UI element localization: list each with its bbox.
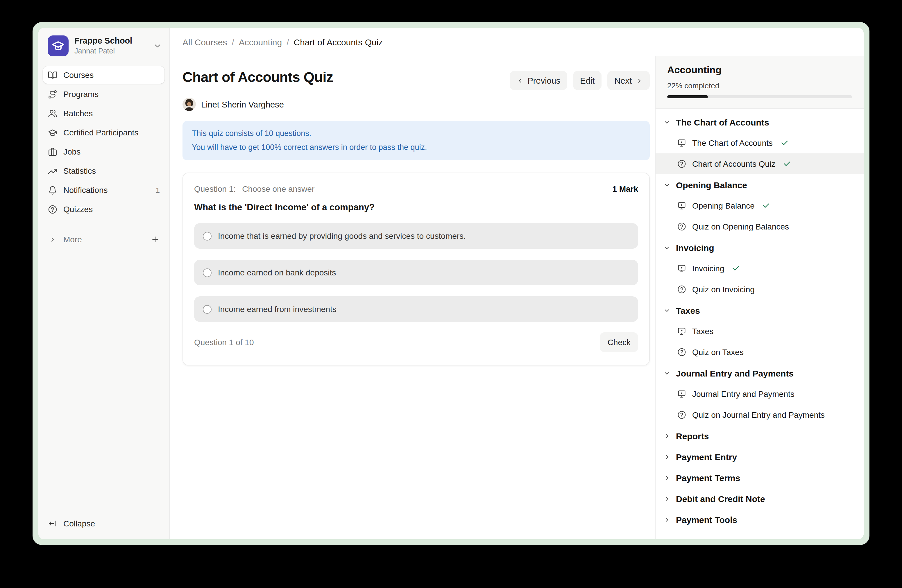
sidebar-item-programs[interactable]: Programs bbox=[43, 85, 164, 103]
workspace-switcher[interactable]: Frappe School Jannat Patel bbox=[38, 28, 169, 63]
answer-option-3[interactable]: Income earned from investments bbox=[194, 296, 638, 322]
chevron-right-icon bbox=[663, 474, 671, 482]
outline-item-the-chart-of-accounts[interactable]: The Chart of Accounts bbox=[656, 133, 864, 153]
outline-item-quiz-on-taxes[interactable]: Quiz on Taxes bbox=[656, 342, 864, 363]
sidebar-item-label: Certified Participants bbox=[63, 128, 138, 137]
monitor-play-icon bbox=[677, 264, 686, 273]
graduation-cap-icon bbox=[48, 128, 58, 138]
chevron-down-icon bbox=[663, 307, 671, 314]
sidebar-item-statistics[interactable]: Statistics bbox=[43, 162, 164, 180]
outline-item-quiz-on-invoicing[interactable]: Quiz on Invoicing bbox=[656, 279, 864, 300]
outline-section-reports[interactable]: Reports bbox=[656, 425, 864, 446]
outline-item-label: Quiz on Taxes bbox=[692, 347, 744, 357]
breadcrumb-separator: / bbox=[287, 37, 289, 47]
sidebar-item-jobs[interactable]: Jobs bbox=[43, 143, 164, 160]
sidebar-item-courses[interactable]: Courses bbox=[43, 66, 164, 84]
sidebar-more-wrap: More bbox=[38, 220, 169, 250]
previous-button[interactable]: Previous bbox=[510, 71, 567, 90]
outline-item-invoicing[interactable]: Invoicing bbox=[656, 258, 864, 279]
next-button[interactable]: Next bbox=[608, 71, 650, 90]
quiz-card-footer: Question 1 of 10 Check bbox=[194, 332, 638, 352]
outline-item-quiz-on-opening-balances[interactable]: Quiz on Opening Balances bbox=[656, 216, 864, 237]
breadcrumb: All Courses/Accounting/Chart of Accounts… bbox=[183, 37, 383, 47]
sidebar-more-label: More bbox=[63, 235, 82, 244]
chevron-right-icon bbox=[663, 495, 671, 502]
outline-item-label: Taxes bbox=[692, 327, 713, 336]
sidebar-nav: CoursesProgramsBatchesCertified Particip… bbox=[38, 63, 169, 220]
answer-option-2[interactable]: Income earned on bank deposits bbox=[194, 260, 638, 285]
briefcase-icon bbox=[48, 147, 58, 156]
chevron-down-icon bbox=[663, 181, 671, 189]
collapse-button[interactable]: Collapse bbox=[38, 515, 169, 532]
check-icon bbox=[762, 202, 770, 210]
outline-item-label: Quiz on Invoicing bbox=[692, 285, 755, 294]
sidebar-item-label: Notifications bbox=[63, 185, 108, 195]
outline-section-payment-terms[interactable]: Payment Terms bbox=[656, 467, 864, 488]
outline-section-journal-entry-and-payments[interactable]: Journal Entry and Payments bbox=[656, 363, 864, 383]
question-instruction: Choose one answer bbox=[242, 184, 315, 194]
plus-icon[interactable] bbox=[150, 235, 160, 244]
answer-option-label: Income that is earned by providing goods… bbox=[218, 231, 466, 241]
help-circle-icon bbox=[48, 204, 58, 214]
outline-section-title: Payment Entry bbox=[676, 452, 737, 461]
next-label: Next bbox=[614, 76, 632, 85]
outline-section-opening-balance[interactable]: Opening Balance bbox=[656, 174, 864, 195]
outline-section-title: Invoicing bbox=[676, 242, 714, 252]
chevron-left-icon bbox=[517, 77, 524, 84]
main-content: Chart of Accounts Quiz Previous Edit bbox=[170, 56, 655, 539]
edit-button[interactable]: Edit bbox=[573, 71, 601, 90]
sidebar-item-more[interactable]: More bbox=[43, 231, 164, 248]
breadcrumb-all-courses[interactable]: All Courses bbox=[183, 37, 227, 47]
sidebar-item-certified-participants[interactable]: Certified Participants bbox=[43, 124, 164, 141]
user-name: Jannat Patel bbox=[74, 47, 132, 56]
sidebar-item-batches[interactable]: Batches bbox=[43, 105, 164, 122]
outline-section-payment-entry[interactable]: Payment Entry bbox=[656, 446, 864, 467]
sidebar-item-label: Batches bbox=[63, 109, 93, 118]
quiz-card-header: Question 1: Choose one answer 1 Mark bbox=[194, 184, 638, 194]
sidebar-item-label: Programs bbox=[63, 89, 99, 99]
help-circle-icon bbox=[677, 159, 686, 169]
sidebar-item-notifications[interactable]: Notifications1 bbox=[43, 181, 164, 199]
help-circle-icon bbox=[677, 222, 686, 231]
sidebar-item-quizzes[interactable]: Quizzes bbox=[43, 200, 164, 218]
collapse-label: Collapse bbox=[63, 519, 95, 528]
outline-section-taxes[interactable]: Taxes bbox=[656, 300, 864, 321]
breadcrumb-accounting[interactable]: Accounting bbox=[239, 37, 282, 47]
frappe-school-app: Frappe School Jannat Patel CoursesProgra… bbox=[38, 28, 864, 539]
left-sidebar: Frappe School Jannat Patel CoursesProgra… bbox=[38, 28, 170, 539]
outline-item-opening-balance[interactable]: Opening Balance bbox=[656, 195, 864, 216]
answer-option-1[interactable]: Income that is earned by providing goods… bbox=[194, 223, 638, 249]
outline-item-label: Invoicing bbox=[692, 264, 725, 273]
outline-section-title: Payment Tools bbox=[676, 514, 737, 524]
chevron-down-icon bbox=[663, 118, 671, 126]
course-title: Accounting bbox=[667, 64, 852, 76]
help-circle-icon bbox=[677, 347, 686, 357]
previous-label: Previous bbox=[528, 76, 561, 85]
question-text: What is the 'Direct Income' of a company… bbox=[194, 202, 638, 213]
outline-item-chart-of-accounts-quiz[interactable]: Chart of Accounts Quiz bbox=[656, 153, 864, 174]
author-name: Linet Sherin Varghese bbox=[201, 100, 284, 109]
quiz-notice: This quiz consists of 10 questions. You … bbox=[183, 121, 650, 160]
outline-item-quiz-on-journal-entry-and-payments[interactable]: Quiz on Journal Entry and Payments bbox=[656, 404, 864, 425]
outline-section-title: Opening Balance bbox=[676, 180, 747, 190]
trending-up-icon bbox=[48, 166, 58, 176]
outline-item-label: Chart of Accounts Quiz bbox=[692, 159, 775, 169]
workspace-info: Frappe School Jannat Patel bbox=[74, 36, 132, 56]
outline-item-taxes[interactable]: Taxes bbox=[656, 321, 864, 342]
radio-icon bbox=[203, 231, 211, 240]
outline-item-journal-entry-and-payments[interactable]: Journal Entry and Payments bbox=[656, 383, 864, 404]
chevron-down-icon bbox=[663, 369, 671, 377]
answer-option-label: Income earned from investments bbox=[218, 305, 337, 314]
chevron-right-icon bbox=[663, 432, 671, 439]
outline-section-invoicing[interactable]: Invoicing bbox=[656, 237, 864, 258]
collapse-sidebar-icon bbox=[48, 519, 57, 528]
outline-section-the-chart-of-accounts[interactable]: The Chart of Accounts bbox=[656, 111, 864, 133]
check-button[interactable]: Check bbox=[600, 332, 638, 352]
breadcrumb-separator: / bbox=[232, 37, 234, 47]
outline-section-payment-tools[interactable]: Payment Tools bbox=[656, 509, 864, 530]
completion-label: 22% completed bbox=[667, 81, 852, 90]
answer-options: Income that is earned by providing goods… bbox=[194, 223, 638, 322]
right-region: All Courses/Accounting/Chart of Accounts… bbox=[170, 28, 864, 539]
outline-section-debit-and-credit-note[interactable]: Debit and Credit Note bbox=[656, 488, 864, 509]
users-icon bbox=[48, 108, 58, 118]
